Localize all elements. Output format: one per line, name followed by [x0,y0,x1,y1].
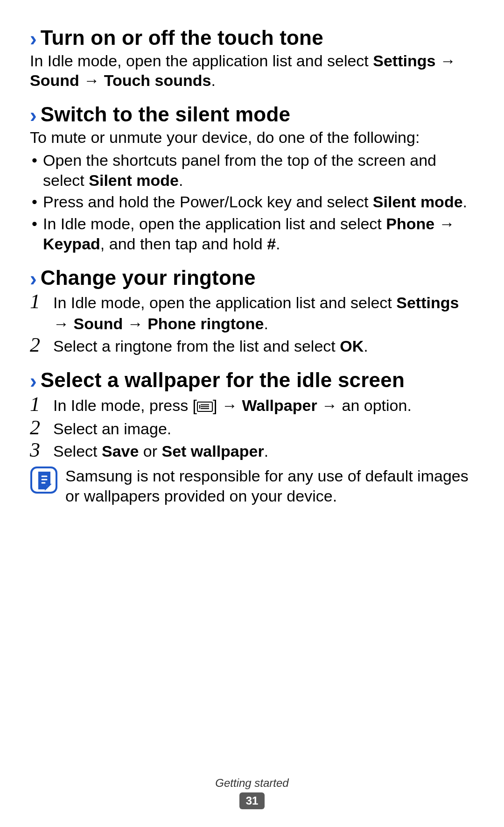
bold-text: Sound [73,315,123,332]
chevron-icon: › [30,105,37,126]
text: . [364,337,368,355]
section-heading: › Select a wallpaper for the idle screen [30,368,474,392]
step-text: Select an image. [53,418,474,439]
section-heading: › Switch to the silent mode [30,103,474,127]
section-intro: To mute or unmute your device, do one of… [30,127,474,148]
chevron-icon: › [30,28,37,49]
bold-text: Phone ringtone [147,315,264,332]
text: . [179,171,183,189]
page-footer: Getting started 31 [0,777,504,809]
menu-key-icon [197,396,213,417]
step-number: 3 [30,440,47,460]
section-heading: › Turn on or off the touch tone [30,26,474,50]
text: Select a ringtone from the list and sele… [53,337,340,355]
bold-text: Phone [386,215,434,233]
section-body: In Idle mode, open the application list … [30,51,474,91]
text: In Idle mode, open the application list … [43,215,386,233]
chapter-label: Getting started [0,777,504,790]
text: → [123,315,147,332]
bold-text: Settings [373,52,435,70]
note-icon [30,466,58,494]
chevron-icon: › [30,371,37,391]
bold-text: Silent mode [89,171,179,189]
text: In Idle mode, open the application list … [53,294,396,311]
bold-text: Set wallpaper [161,442,264,460]
bullet-item: Press and hold the Power/Lock key and se… [30,192,474,212]
bold-text: Touch sounds [104,71,211,89]
section-touch-tone: › Turn on or off the touch tone In Idle … [30,26,474,91]
text: . [463,193,467,211]
text: → [435,52,455,70]
note-row: Samsung is not responsible for any use o… [30,466,474,506]
text: → [53,315,73,332]
bold-text: # [267,235,276,253]
text: → [434,215,455,233]
bold-text: Settings [396,294,459,311]
section-silent-mode: › Switch to the silent mode To mute or u… [30,103,474,254]
step-text: Select a ringtone from the list and sele… [53,336,474,356]
step-text: Select Save or Set wallpaper. [53,441,474,461]
text: . [264,315,268,332]
section-ringtone: › Change your ringtone 1 In Idle mode, o… [30,266,474,356]
text: or [139,442,161,460]
bold-text: Keypad [43,235,100,253]
step-number: 2 [30,417,47,438]
text: → [79,71,104,89]
bold-text: Silent mode [373,193,463,211]
bullet-list: Open the shortcuts panel from the top of… [30,150,474,254]
section-title: Turn on or off the touch tone [41,26,323,50]
section-heading: › Change your ringtone [30,266,474,290]
step-item: 1 In Idle mode, press [] → Wallpaper → a… [30,395,474,417]
step-list: 1 In Idle mode, open the application lis… [30,292,474,356]
step-item: 1 In Idle mode, open the application lis… [30,292,474,333]
bold-text: Save [102,442,139,460]
step-number: 1 [30,394,47,415]
bold-text: Sound [30,71,79,89]
text: ] → [213,396,242,414]
section-title: Switch to the silent mode [41,103,291,127]
manual-page: › Turn on or off the touch tone In Idle … [0,0,504,827]
chevron-icon: › [30,269,37,289]
page-number-badge: 31 [239,792,265,809]
step-text: In Idle mode, open the application list … [53,292,474,333]
text: . [264,442,268,460]
text: Press and hold the Power/Lock key and se… [43,193,373,211]
text: In Idle mode, press [ [53,396,197,414]
text: , and then tap and hold [100,235,267,253]
bold-text: OK [340,337,364,355]
text: . [276,235,280,253]
text: → an option. [317,396,412,414]
step-text: In Idle mode, press [] → Wallpaper → an … [53,395,474,417]
step-number: 2 [30,335,47,355]
step-item: 2 Select an image. [30,418,474,439]
step-item: 2 Select a ringtone from the list and se… [30,336,474,356]
step-number: 1 [30,291,47,312]
text: Select [53,442,102,460]
text: . [211,71,215,89]
step-item: 3 Select Save or Set wallpaper. [30,441,474,461]
step-list: 1 In Idle mode, press [] → Wallpaper → a… [30,395,474,462]
note-text: Samsung is not responsible for any use o… [65,466,474,506]
section-title: Change your ringtone [41,266,256,290]
section-wallpaper: › Select a wallpaper for the idle screen… [30,368,474,506]
bold-text: Wallpaper [242,396,317,414]
section-title: Select a wallpaper for the idle screen [41,368,405,392]
bullet-item: In Idle mode, open the application list … [30,214,474,254]
bullet-item: Open the shortcuts panel from the top of… [30,150,474,191]
text: In Idle mode, open the application list … [30,52,373,70]
